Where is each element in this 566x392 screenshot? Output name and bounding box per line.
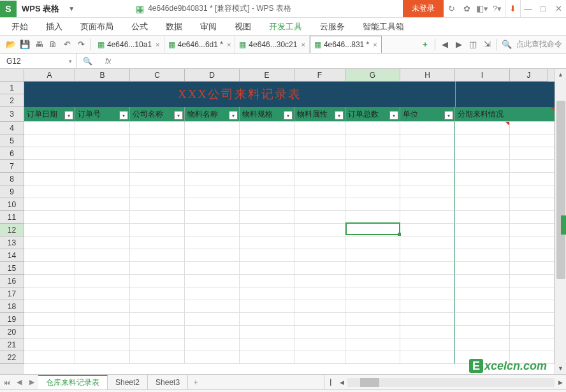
- redo-icon[interactable]: ↷: [75, 38, 87, 51]
- header-cell-8[interactable]: 分期来料情况: [455, 107, 555, 122]
- data-row[interactable]: [24, 300, 555, 313]
- hscroll-thumb[interactable]: [360, 378, 379, 387]
- data-row[interactable]: [24, 287, 555, 300]
- row-header-17[interactable]: 17: [0, 287, 24, 300]
- select-all-corner[interactable]: [0, 69, 24, 82]
- menu-3[interactable]: 公式: [122, 18, 157, 35]
- col-header-A[interactable]: A: [24, 69, 75, 82]
- file-tab-close[interactable]: ×: [373, 41, 377, 48]
- row-header-5[interactable]: 5: [0, 134, 24, 147]
- sheet-tab-2[interactable]: Sheet3: [148, 375, 188, 389]
- header-cell-0[interactable]: 订单日期▾: [24, 107, 75, 122]
- file-tab-0[interactable]: ▦4e646...10a1×: [94, 36, 164, 53]
- add-tab-button[interactable]: +: [419, 38, 432, 51]
- data-row[interactable]: [24, 338, 555, 351]
- file-tab-1[interactable]: ▦4e646...6d1 *×: [164, 36, 236, 53]
- menu-4[interactable]: 数据: [157, 18, 191, 35]
- filter-button[interactable]: ▾: [174, 111, 183, 120]
- sheet-tab-0[interactable]: 仓库来料记录表: [38, 375, 108, 389]
- hscroll-right[interactable]: ▶: [555, 375, 566, 389]
- menu-9[interactable]: 智能工具箱: [354, 18, 413, 35]
- menu-6[interactable]: 视图: [226, 18, 260, 35]
- filter-button[interactable]: ▾: [335, 111, 344, 120]
- filter-button[interactable]: ▾: [389, 111, 398, 120]
- file-tab-close[interactable]: ×: [156, 41, 159, 48]
- row-header-21[interactable]: 21: [0, 338, 24, 351]
- data-row[interactable]: [24, 275, 555, 287]
- header-cell-2[interactable]: 公司名称▾: [130, 107, 185, 122]
- expand-icon[interactable]: ⇲: [481, 38, 493, 51]
- menu-8[interactable]: 云服务: [311, 18, 354, 35]
- col-header-J[interactable]: J: [510, 69, 548, 82]
- data-row[interactable]: [24, 211, 555, 224]
- tab-nav-right[interactable]: ▶: [453, 38, 465, 51]
- data-row[interactable]: [24, 147, 555, 160]
- fullscreen-icon[interactable]: ⬇: [505, 0, 520, 17]
- data-row[interactable]: [24, 326, 555, 338]
- print-icon[interactable]: 🖶: [33, 38, 45, 51]
- search-icon[interactable]: 🔍: [500, 38, 513, 51]
- maximize-button[interactable]: □: [535, 0, 551, 17]
- cells-area[interactable]: XXX公司来料记录表 订单日期▾订单号▾公司名称▾物料名称▾物料规格▾物料属性▾…: [24, 82, 555, 374]
- col-header-C[interactable]: C: [130, 69, 185, 82]
- fx-icon[interactable]: fx: [105, 57, 111, 66]
- row-header-8[interactable]: 8: [0, 173, 24, 185]
- hscroll-split[interactable]: ┃: [324, 375, 336, 389]
- menu-0[interactable]: 开始: [3, 18, 37, 35]
- data-row[interactable]: [24, 224, 555, 236]
- header-cell-7[interactable]: 单位▾: [400, 107, 455, 122]
- msg-icon[interactable]: ◧▾: [474, 0, 490, 17]
- file-tab-3[interactable]: ▦4e646...831 *×: [310, 36, 382, 53]
- filter-button[interactable]: ▾: [229, 111, 238, 120]
- open-icon[interactable]: 📂: [4, 38, 17, 51]
- horizontal-scrollbar[interactable]: ┃ ◀ ▶: [324, 375, 566, 389]
- col-header-F[interactable]: F: [294, 69, 345, 82]
- data-row[interactable]: [24, 160, 555, 173]
- data-row[interactable]: [24, 185, 555, 198]
- row-header-10[interactable]: 10: [0, 198, 24, 211]
- file-tab-close[interactable]: ×: [301, 41, 305, 48]
- data-row[interactable]: [24, 122, 555, 134]
- undo-icon[interactable]: ↶: [61, 38, 73, 51]
- close-button[interactable]: ✕: [551, 0, 566, 17]
- sheet-tab-1[interactable]: Sheet2: [108, 375, 148, 389]
- filter-button[interactable]: ▾: [64, 111, 73, 120]
- data-row[interactable]: [24, 134, 555, 147]
- login-button[interactable]: 未登录: [403, 0, 444, 17]
- menu-5[interactable]: 审阅: [191, 18, 226, 35]
- header-cell-1[interactable]: 订单号▾: [75, 107, 130, 122]
- row-header-4[interactable]: 4: [0, 122, 24, 134]
- file-tab-close[interactable]: ×: [227, 41, 231, 48]
- data-row[interactable]: [24, 313, 555, 326]
- row-header-14[interactable]: 14: [0, 249, 24, 262]
- file-tab-2[interactable]: ▦4e646...30c21×: [235, 36, 310, 53]
- row-header-6[interactable]: 6: [0, 147, 24, 160]
- row-header-16[interactable]: 16: [0, 275, 24, 287]
- header-cell-4[interactable]: 物料规格▾: [240, 107, 294, 122]
- col-header-E[interactable]: E: [240, 69, 294, 82]
- app-menu-dropdown[interactable]: ▼: [64, 5, 78, 12]
- side-tab[interactable]: [561, 215, 566, 235]
- scroll-down-button[interactable]: ▼: [555, 363, 566, 374]
- filter-button[interactable]: ▾: [119, 111, 128, 120]
- col-header-G[interactable]: G: [345, 69, 400, 82]
- scroll-up-button[interactable]: ▲: [555, 69, 566, 80]
- sync-icon[interactable]: ↻: [444, 0, 459, 17]
- row-header-11[interactable]: 11: [0, 211, 24, 224]
- header-cell-5[interactable]: 物料属性▾: [294, 107, 345, 122]
- window-icon[interactable]: ◫: [467, 38, 479, 51]
- row-header-19[interactable]: 19: [0, 313, 24, 326]
- row-header-13[interactable]: 13: [0, 236, 24, 249]
- skin-icon[interactable]: ✿: [459, 0, 474, 17]
- row-header-1[interactable]: 1: [0, 82, 24, 94]
- data-row[interactable]: [24, 236, 555, 249]
- row-header-2[interactable]: 2: [0, 94, 24, 107]
- row-header-7[interactable]: 7: [0, 160, 24, 173]
- hscroll-left[interactable]: ◀: [336, 375, 347, 389]
- row-header-3[interactable]: 3: [0, 107, 24, 122]
- sheet-nav-first[interactable]: ⏮: [0, 375, 13, 389]
- row-header-22[interactable]: 22: [0, 351, 24, 364]
- sheet-nav-next[interactable]: ▶: [25, 375, 38, 389]
- row-header-20[interactable]: 20: [0, 326, 24, 338]
- name-box[interactable]: G12: [0, 54, 76, 68]
